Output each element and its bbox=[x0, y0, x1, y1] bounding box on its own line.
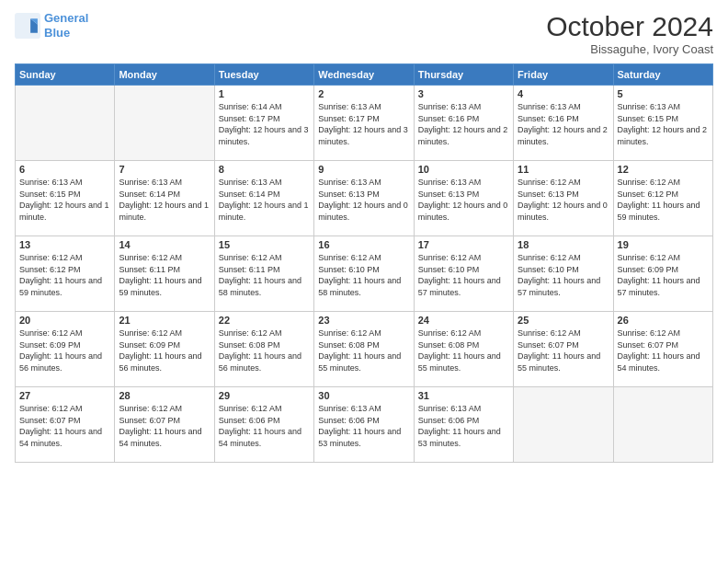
weekday-header: Tuesday bbox=[214, 64, 313, 86]
weekday-header: Monday bbox=[115, 64, 214, 86]
day-number: 12 bbox=[618, 164, 709, 175]
day-number: 1 bbox=[219, 88, 310, 99]
calendar-cell: 18Sunrise: 6:12 AM Sunset: 6:10 PM Dayli… bbox=[514, 236, 613, 312]
day-info: Sunrise: 6:13 AM Sunset: 6:06 PM Dayligh… bbox=[318, 403, 409, 449]
calendar-cell: 21Sunrise: 6:12 AM Sunset: 6:09 PM Dayli… bbox=[115, 312, 214, 387]
weekday-header: Sunday bbox=[16, 64, 115, 86]
calendar-body: 1Sunrise: 6:14 AM Sunset: 6:17 PM Daylig… bbox=[16, 86, 713, 463]
calendar-cell: 24Sunrise: 6:12 AM Sunset: 6:08 PM Dayli… bbox=[414, 312, 513, 387]
day-info: Sunrise: 6:13 AM Sunset: 6:15 PM Dayligh… bbox=[19, 177, 110, 223]
day-info: Sunrise: 6:13 AM Sunset: 6:13 PM Dayligh… bbox=[418, 177, 509, 223]
day-info: Sunrise: 6:12 AM Sunset: 6:10 PM Dayligh… bbox=[318, 252, 409, 298]
calendar-week-row: 1Sunrise: 6:14 AM Sunset: 6:17 PM Daylig… bbox=[16, 86, 713, 161]
day-info: Sunrise: 6:12 AM Sunset: 6:11 PM Dayligh… bbox=[119, 252, 210, 298]
calendar: SundayMondayTuesdayWednesdayThursdayFrid… bbox=[15, 63, 713, 463]
day-info: Sunrise: 6:12 AM Sunset: 6:13 PM Dayligh… bbox=[518, 177, 609, 223]
calendar-cell: 8Sunrise: 6:13 AM Sunset: 6:14 PM Daylig… bbox=[214, 161, 313, 236]
day-number: 19 bbox=[618, 239, 709, 250]
day-number: 4 bbox=[518, 88, 609, 99]
day-number: 29 bbox=[219, 390, 310, 401]
day-info: Sunrise: 6:13 AM Sunset: 6:06 PM Dayligh… bbox=[418, 403, 509, 449]
calendar-cell: 3Sunrise: 6:13 AM Sunset: 6:16 PM Daylig… bbox=[414, 86, 513, 161]
day-info: Sunrise: 6:13 AM Sunset: 6:17 PM Dayligh… bbox=[318, 101, 409, 147]
day-info: Sunrise: 6:12 AM Sunset: 6:10 PM Dayligh… bbox=[418, 252, 509, 298]
calendar-cell: 26Sunrise: 6:12 AM Sunset: 6:07 PM Dayli… bbox=[613, 312, 712, 387]
calendar-cell: 9Sunrise: 6:13 AM Sunset: 6:13 PM Daylig… bbox=[314, 161, 414, 236]
day-number: 31 bbox=[418, 390, 509, 401]
calendar-cell: 5Sunrise: 6:13 AM Sunset: 6:15 PM Daylig… bbox=[613, 86, 712, 161]
day-number: 25 bbox=[518, 315, 609, 326]
day-info: Sunrise: 6:13 AM Sunset: 6:16 PM Dayligh… bbox=[418, 101, 509, 147]
day-info: Sunrise: 6:13 AM Sunset: 6:13 PM Dayligh… bbox=[318, 177, 409, 223]
day-info: Sunrise: 6:12 AM Sunset: 6:08 PM Dayligh… bbox=[219, 327, 310, 373]
weekday-header: Wednesday bbox=[314, 64, 414, 86]
calendar-cell: 15Sunrise: 6:12 AM Sunset: 6:11 PM Dayli… bbox=[214, 236, 313, 312]
day-info: Sunrise: 6:12 AM Sunset: 6:08 PM Dayligh… bbox=[418, 327, 509, 373]
day-info: Sunrise: 6:12 AM Sunset: 6:10 PM Dayligh… bbox=[518, 252, 609, 298]
calendar-cell: 1Sunrise: 6:14 AM Sunset: 6:17 PM Daylig… bbox=[214, 86, 313, 161]
day-number: 5 bbox=[618, 88, 709, 99]
day-number: 24 bbox=[418, 315, 509, 326]
calendar-cell bbox=[613, 387, 712, 463]
day-info: Sunrise: 6:12 AM Sunset: 6:12 PM Dayligh… bbox=[618, 177, 709, 223]
logo-icon bbox=[15, 13, 40, 39]
subtitle: Bissaguhe, Ivory Coast bbox=[546, 42, 713, 56]
calendar-cell: 13Sunrise: 6:12 AM Sunset: 6:12 PM Dayli… bbox=[16, 236, 115, 312]
day-info: Sunrise: 6:12 AM Sunset: 6:09 PM Dayligh… bbox=[19, 327, 110, 373]
calendar-cell: 11Sunrise: 6:12 AM Sunset: 6:13 PM Dayli… bbox=[514, 161, 613, 236]
calendar-cell: 23Sunrise: 6:12 AM Sunset: 6:08 PM Dayli… bbox=[314, 312, 414, 387]
title-block: October 2024 Bissaguhe, Ivory Coast bbox=[546, 11, 713, 56]
day-number: 2 bbox=[318, 88, 409, 99]
day-info: Sunrise: 6:13 AM Sunset: 6:14 PM Dayligh… bbox=[219, 177, 310, 223]
month-title: October 2024 bbox=[546, 11, 713, 42]
day-number: 10 bbox=[418, 164, 509, 175]
day-number: 26 bbox=[618, 315, 709, 326]
day-number: 11 bbox=[518, 164, 609, 175]
calendar-cell bbox=[16, 86, 115, 161]
calendar-week-row: 20Sunrise: 6:12 AM Sunset: 6:09 PM Dayli… bbox=[16, 312, 713, 387]
day-info: Sunrise: 6:12 AM Sunset: 6:09 PM Dayligh… bbox=[119, 327, 210, 373]
day-number: 9 bbox=[318, 164, 409, 175]
page: General Blue October 2024 Bissaguhe, Ivo… bbox=[0, 0, 728, 563]
weekday-header: Thursday bbox=[414, 64, 513, 86]
calendar-cell: 7Sunrise: 6:13 AM Sunset: 6:14 PM Daylig… bbox=[115, 161, 214, 236]
calendar-cell: 12Sunrise: 6:12 AM Sunset: 6:12 PM Dayli… bbox=[613, 161, 712, 236]
weekday-header: Saturday bbox=[613, 64, 712, 86]
calendar-cell: 10Sunrise: 6:13 AM Sunset: 6:13 PM Dayli… bbox=[414, 161, 513, 236]
calendar-cell: 31Sunrise: 6:13 AM Sunset: 6:06 PM Dayli… bbox=[414, 387, 513, 463]
day-number: 23 bbox=[318, 315, 409, 326]
day-number: 20 bbox=[19, 315, 110, 326]
day-info: Sunrise: 6:12 AM Sunset: 6:07 PM Dayligh… bbox=[19, 403, 110, 449]
calendar-cell: 28Sunrise: 6:12 AM Sunset: 6:07 PM Dayli… bbox=[115, 387, 214, 463]
day-number: 14 bbox=[119, 239, 210, 250]
day-info: Sunrise: 6:12 AM Sunset: 6:09 PM Dayligh… bbox=[618, 252, 709, 298]
day-info: Sunrise: 6:13 AM Sunset: 6:15 PM Dayligh… bbox=[618, 101, 709, 147]
day-number: 22 bbox=[219, 315, 310, 326]
weekday-header: Friday bbox=[514, 64, 613, 86]
day-number: 28 bbox=[119, 390, 210, 401]
calendar-week-row: 27Sunrise: 6:12 AM Sunset: 6:07 PM Dayli… bbox=[16, 387, 713, 463]
calendar-cell: 29Sunrise: 6:12 AM Sunset: 6:06 PM Dayli… bbox=[214, 387, 313, 463]
calendar-cell bbox=[115, 86, 214, 161]
calendar-cell bbox=[514, 387, 613, 463]
day-info: Sunrise: 6:12 AM Sunset: 6:11 PM Dayligh… bbox=[219, 252, 310, 298]
day-info: Sunrise: 6:12 AM Sunset: 6:06 PM Dayligh… bbox=[219, 403, 310, 449]
day-info: Sunrise: 6:12 AM Sunset: 6:12 PM Dayligh… bbox=[19, 252, 110, 298]
calendar-cell: 20Sunrise: 6:12 AM Sunset: 6:09 PM Dayli… bbox=[16, 312, 115, 387]
logo: General Blue bbox=[15, 11, 88, 40]
calendar-cell: 6Sunrise: 6:13 AM Sunset: 6:15 PM Daylig… bbox=[16, 161, 115, 236]
day-number: 21 bbox=[119, 315, 210, 326]
day-number: 17 bbox=[418, 239, 509, 250]
calendar-header: SundayMondayTuesdayWednesdayThursdayFrid… bbox=[16, 64, 713, 86]
logo-line1: General bbox=[44, 11, 88, 25]
day-number: 18 bbox=[518, 239, 609, 250]
day-info: Sunrise: 6:12 AM Sunset: 6:07 PM Dayligh… bbox=[618, 327, 709, 373]
calendar-cell: 17Sunrise: 6:12 AM Sunset: 6:10 PM Dayli… bbox=[414, 236, 513, 312]
calendar-cell: 22Sunrise: 6:12 AM Sunset: 6:08 PM Dayli… bbox=[214, 312, 313, 387]
day-info: Sunrise: 6:13 AM Sunset: 6:14 PM Dayligh… bbox=[119, 177, 210, 223]
calendar-cell: 19Sunrise: 6:12 AM Sunset: 6:09 PM Dayli… bbox=[613, 236, 712, 312]
day-number: 15 bbox=[219, 239, 310, 250]
weekday-row: SundayMondayTuesdayWednesdayThursdayFrid… bbox=[16, 64, 713, 86]
day-number: 16 bbox=[318, 239, 409, 250]
day-number: 8 bbox=[219, 164, 310, 175]
